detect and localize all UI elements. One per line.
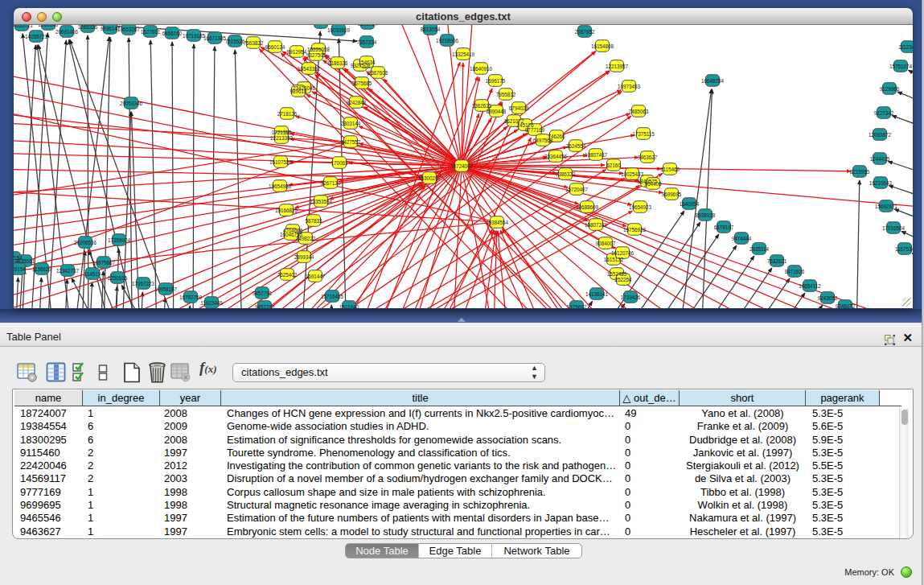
svg-text:9242848: 9242848 <box>347 100 367 105</box>
svg-text:62160: 62160 <box>606 163 621 168</box>
svg-text:1975692: 1975692 <box>567 304 587 309</box>
svg-text:13325419: 13325419 <box>452 51 475 57</box>
svg-text:15751074: 15751074 <box>889 64 913 69</box>
svg-text:15226058: 15226058 <box>307 47 331 52</box>
svg-text:587833: 587833 <box>305 218 322 224</box>
svg-text:12213383: 12213383 <box>270 135 294 141</box>
svg-text:10653267: 10653267 <box>117 27 141 32</box>
svg-text:10719185: 10719185 <box>183 33 206 39</box>
svg-text:1733426: 1733426 <box>621 295 641 300</box>
svg-text:4835061: 4835061 <box>15 258 35 264</box>
svg-text:1156829: 1156829 <box>32 266 52 272</box>
svg-text:14055721: 14055721 <box>25 34 48 39</box>
svg-text:20364456: 20364456 <box>544 154 568 159</box>
svg-text:7515526: 7515526 <box>225 39 245 44</box>
svg-text:16033809: 16033809 <box>327 27 351 33</box>
svg-text:9457792: 9457792 <box>255 304 275 309</box>
svg-text:1065326: 1065326 <box>78 25 98 30</box>
svg-text:10975867: 10975867 <box>92 260 116 266</box>
svg-text:17359924: 17359924 <box>108 237 131 243</box>
svg-text:964406: 964406 <box>644 181 662 187</box>
svg-text:7386322: 7386322 <box>556 171 576 177</box>
svg-text:15716485: 15716485 <box>321 294 344 299</box>
svg-text:7955812: 7955812 <box>496 92 516 97</box>
svg-text:12093872: 12093872 <box>869 132 892 138</box>
svg-text:1244415: 1244415 <box>870 156 890 162</box>
svg-text:17375115: 17375115 <box>632 131 655 137</box>
svg-text:29053346: 29053346 <box>120 101 143 106</box>
svg-text:16210643: 16210643 <box>869 180 893 186</box>
svg-text:1362615: 1362615 <box>472 103 492 109</box>
svg-text:8471626: 8471626 <box>785 269 805 274</box>
svg-text:1603380: 1603380 <box>311 25 331 26</box>
svg-text:8990448: 8990448 <box>487 109 507 114</box>
svg-text:7485063: 7485063 <box>629 109 649 114</box>
svg-text:11923446: 11923446 <box>200 300 223 306</box>
svg-text:8186328: 8186328 <box>328 60 348 66</box>
svg-text:8912954: 8912954 <box>287 49 307 55</box>
svg-text:16671385: 16671385 <box>203 35 227 41</box>
svg-text:10973493: 10973493 <box>618 84 641 89</box>
svg-text:14136141: 14136141 <box>585 291 609 297</box>
svg-text:1167534: 1167534 <box>895 246 913 252</box>
svg-text:16648784: 16648784 <box>701 78 725 84</box>
svg-text:2718126: 2718126 <box>277 111 298 117</box>
svg-text:6466160: 6466160 <box>162 31 183 36</box>
svg-text:15807249: 15807249 <box>585 222 608 228</box>
svg-text:15720407: 15720407 <box>565 187 589 192</box>
svg-text:9699695: 9699695 <box>662 192 682 197</box>
svg-text:39154: 39154 <box>14 266 26 272</box>
svg-text:16120746: 16120746 <box>611 250 634 256</box>
svg-text:9777169: 9777169 <box>525 127 545 133</box>
svg-text:3267130: 3267130 <box>321 180 341 186</box>
svg-text:3675685: 3675685 <box>352 80 372 86</box>
svg-text:10025433: 10025433 <box>621 171 644 177</box>
svg-text:14055721: 14055721 <box>14 25 33 28</box>
svg-text:989618: 989618 <box>290 89 307 94</box>
svg-text:19756928: 19756928 <box>623 227 647 233</box>
svg-text:1696175: 1696175 <box>486 78 506 84</box>
svg-text:10958107: 10958107 <box>154 286 178 292</box>
svg-text:9084007: 9084007 <box>596 241 616 246</box>
svg-text:1112345: 1112345 <box>898 44 913 50</box>
svg-text:12213957: 12213957 <box>606 64 629 69</box>
svg-text:2935114: 2935114 <box>749 246 770 252</box>
svg-text:19166825: 19166825 <box>275 208 298 213</box>
svg-text:18640910: 18640910 <box>470 66 493 72</box>
svg-text:7663822: 7663822 <box>244 40 264 46</box>
svg-text:170061: 170061 <box>331 160 348 166</box>
svg-text:9327505: 9327505 <box>306 52 326 58</box>
svg-text:2087652: 2087652 <box>575 29 595 35</box>
svg-text:16107553: 16107553 <box>269 159 293 165</box>
svg-text:19654923: 19654923 <box>629 204 652 210</box>
svg-text:15300297: 15300297 <box>418 175 441 181</box>
svg-text:19384554: 19384554 <box>486 220 509 225</box>
svg-text:10654112: 10654112 <box>799 283 821 289</box>
svg-text:2367608: 2367608 <box>368 70 388 76</box>
svg-text:9474444: 9474444 <box>732 236 752 241</box>
svg-text:9457791: 9457791 <box>253 290 273 296</box>
svg-text:8813054: 8813054 <box>421 27 441 32</box>
svg-text:16543382: 16543382 <box>298 66 321 72</box>
svg-text:7632621: 7632621 <box>767 258 787 264</box>
svg-text:9246072: 9246072 <box>836 303 856 309</box>
svg-text:20206536: 20206536 <box>74 240 97 245</box>
svg-text:1552485: 1552485 <box>607 271 627 277</box>
svg-text:19654983: 19654983 <box>269 183 292 189</box>
svg-text:16782759: 16782759 <box>179 295 203 300</box>
svg-text:9115460: 9115460 <box>660 167 680 172</box>
svg-text:8215955: 8215955 <box>850 169 870 175</box>
svg-text:1250515: 1250515 <box>108 275 128 281</box>
svg-text:2069140: 2069140 <box>39 25 59 27</box>
svg-text:9243652: 9243652 <box>818 295 838 301</box>
svg-text:15692971: 15692971 <box>875 204 898 209</box>
svg-text:746266: 746266 <box>548 134 565 139</box>
svg-text:1527601: 1527601 <box>141 29 161 35</box>
svg-text:2803144: 2803144 <box>341 121 361 126</box>
svg-text:16154808: 16154808 <box>591 43 614 49</box>
svg-text:10688609: 10688609 <box>576 204 599 210</box>
svg-text:6794028: 6794028 <box>509 105 529 111</box>
svg-text:8813054: 8813054 <box>358 25 378 27</box>
svg-text:17957223: 17957223 <box>132 281 155 286</box>
svg-text:2899344: 2899344 <box>294 254 314 260</box>
